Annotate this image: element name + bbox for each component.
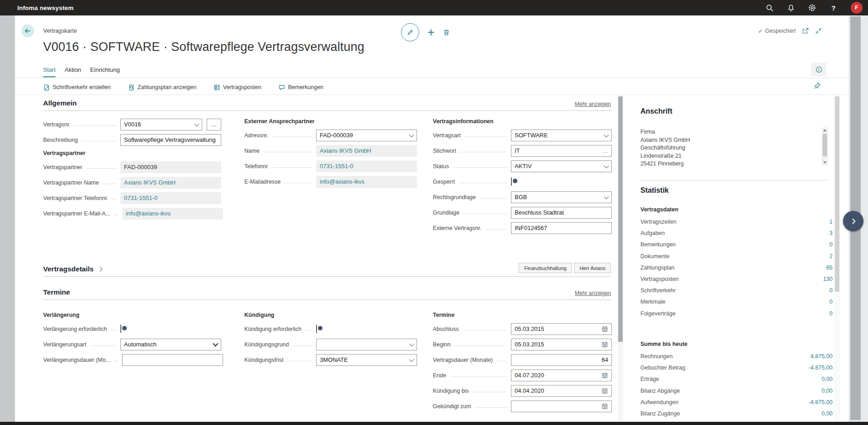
gekuendigt-zum-date-field[interactable] xyxy=(511,400,612,412)
edit-button[interactable] xyxy=(401,23,419,41)
stat-row: Vertragsposten130 xyxy=(640,274,833,285)
address-scrollbar[interactable] xyxy=(822,127,828,165)
chevron-down-icon xyxy=(194,121,199,126)
vertragsnr-assist-button[interactable]: … xyxy=(207,119,221,130)
kuendigung-erforderlich-toggle[interactable] xyxy=(316,325,317,333)
tab-aktion[interactable]: Aktion xyxy=(64,66,81,77)
ansprechpartner-telefon-link[interactable]: 0731-1551-0 xyxy=(316,160,417,172)
app-title: Infoma newsystem xyxy=(17,5,74,11)
beginn-date-field[interactable]: 05.03.2015 xyxy=(511,339,612,350)
divider xyxy=(15,95,848,95)
panel-scrollbar[interactable] xyxy=(834,95,840,422)
verlaengerung-erforderlich-toggle[interactable] xyxy=(120,325,121,333)
info-icon xyxy=(815,66,823,73)
beschreibung-input[interactable] xyxy=(120,134,221,146)
main-scrollbar[interactable] xyxy=(618,95,623,422)
field-label: Kündigungsgrund xyxy=(244,341,289,348)
vertragspartner-telefon-link[interactable]: 0731-1551-0 xyxy=(120,192,221,204)
chevron-down-icon xyxy=(409,341,414,346)
back-button[interactable] xyxy=(21,25,34,37)
settings-gear-icon[interactable] xyxy=(808,4,816,12)
finanzbuchhaltung-button[interactable]: Finanzbuchhaltung xyxy=(519,263,572,273)
kuendigungsgrund-combobox[interactable] xyxy=(316,339,417,350)
menu-tabs: Start Aktion Einrichtung xyxy=(43,66,120,77)
tab-einrichtung[interactable]: Einrichtung xyxy=(90,66,120,77)
stat-row: Erträge0,00 xyxy=(640,374,833,385)
vertragsnr-combobox[interactable]: V0016 xyxy=(120,119,202,130)
verlaengerungsart-select[interactable]: Automatisch xyxy=(120,339,221,350)
field-label: Grundlage xyxy=(433,210,459,216)
expand-factbox-button[interactable] xyxy=(843,211,863,231)
document-edit-icon xyxy=(43,84,50,91)
section-heading-vertragsdetails[interactable]: Vertragsdetails xyxy=(43,265,102,273)
collapse-icon[interactable] xyxy=(815,27,822,35)
kuendigung-bis-date-field[interactable]: 04.04.2020 xyxy=(511,385,612,397)
allgemein-mehr-anzeigen-link[interactable]: Mehr anzeigen xyxy=(575,101,611,107)
ledger-list-icon xyxy=(213,84,220,91)
document-search-icon xyxy=(128,84,135,91)
scroll-down-icon[interactable] xyxy=(823,161,827,164)
calendar-icon[interactable] xyxy=(601,325,608,332)
panel-heading-anschrift: Anschrift xyxy=(640,107,672,115)
schriftverkehr-erstellen-button[interactable]: Schriftverkehr erstellen xyxy=(43,84,111,91)
stichwort-input[interactable]: IT … xyxy=(511,145,612,157)
tab-start[interactable]: Start xyxy=(43,66,55,77)
abschluss-date-field[interactable]: 05.03.2015 xyxy=(511,323,612,335)
status-combobox[interactable]: AKTIV xyxy=(511,160,612,172)
rechtsgrundlage-combobox[interactable]: BGB xyxy=(511,191,612,203)
herr-axians-button[interactable]: Herr Axians xyxy=(574,263,611,273)
vertragsart-combobox[interactable]: SOFTWARE xyxy=(511,130,612,141)
page-title: V0016 · SOFTWARE · Softwarepflege Vertra… xyxy=(43,40,364,54)
grundlage-input[interactable] xyxy=(511,207,612,219)
info-button[interactable] xyxy=(811,63,826,76)
stat-row: Aufgaben3 xyxy=(640,228,833,239)
delete-button[interactable] xyxy=(443,29,450,36)
help-icon[interactable]: ? xyxy=(829,4,838,12)
zahlungsplan-anzeigen-button[interactable]: Zahlungsplan anzeigen xyxy=(128,84,196,91)
stat-row: Bilanz Zugänge0,00 xyxy=(640,408,833,420)
ansprechpartner-name-link[interactable]: Axians IKVS GmbH xyxy=(316,145,417,157)
stat-row: Bemerkungen0 xyxy=(640,239,833,250)
gesperrt-toggle[interactable] xyxy=(511,177,512,186)
termine-mehr-anzeigen-link[interactable]: Mehr anzeigen xyxy=(575,290,611,296)
add-button[interactable]: + xyxy=(427,24,435,41)
user-avatar[interactable]: F xyxy=(851,2,863,14)
vertragsdauer-input[interactable] xyxy=(511,354,612,366)
calendar-icon[interactable] xyxy=(601,387,608,394)
stat-row: Schriftverkehr0 xyxy=(640,285,833,296)
calendar-icon[interactable] xyxy=(601,372,608,379)
check-icon: ✓ xyxy=(758,28,763,35)
notifications-icon[interactable] xyxy=(787,4,795,12)
ansprechpartner-email-link[interactable]: info@axians-ikvs xyxy=(316,176,417,188)
field-label: E-Mailadresse xyxy=(244,179,281,185)
vertragspartner-name-link[interactable]: Axians IKVS GmbH xyxy=(120,177,221,189)
search-icon[interactable] xyxy=(765,4,774,12)
field-label: Vertragspartner xyxy=(43,164,82,170)
vertragspartner-email-link[interactable]: info@axians-ikvs xyxy=(122,208,223,220)
calendar-icon[interactable] xyxy=(601,341,608,348)
field-label: Gesperrt xyxy=(433,179,455,185)
main-form-area: Allgemein Mehr anzeigen Vertragsnr. V001… xyxy=(15,95,618,422)
summe-list: Rechnungen4.875,00 Gebuchter Betrag-4.87… xyxy=(640,351,833,422)
verlaengerungsdauer-input[interactable] xyxy=(122,354,223,366)
section-heading-termine[interactable]: Termine xyxy=(43,288,70,296)
kuendigungsfrist-combobox[interactable]: 3MONATE xyxy=(316,354,417,366)
factbox-panel: Anschrift Firma Axians IKVS GmbH Geschäf… xyxy=(623,95,848,422)
bemerkungen-button[interactable]: Bemerkungen xyxy=(278,84,323,91)
bottom-taskbar-strip xyxy=(0,422,868,425)
adressnr-combobox[interactable]: FAD-000039 xyxy=(316,130,417,141)
pin-icon[interactable] xyxy=(813,82,821,90)
section-heading-allgemein[interactable]: Allgemein xyxy=(43,99,77,107)
ende-date-field[interactable]: 04.07.2020 xyxy=(511,370,612,381)
lookup-dots-icon[interactable]: … xyxy=(602,147,608,154)
externe-vertragsnr-input[interactable] xyxy=(511,222,612,234)
trash-icon xyxy=(443,29,450,36)
group-label-summe-bis-heute: Summe bis heute xyxy=(640,341,688,347)
field-label: Vertragsart xyxy=(433,132,461,139)
popout-icon[interactable] xyxy=(802,27,809,35)
calendar-icon[interactable] xyxy=(601,403,608,410)
scroll-up-icon[interactable] xyxy=(823,129,827,131)
chevron-down-icon xyxy=(604,163,609,168)
field-label: Verlängerungsart xyxy=(43,341,86,348)
vertragsposten-button[interactable]: Vertragsposten xyxy=(213,84,261,91)
